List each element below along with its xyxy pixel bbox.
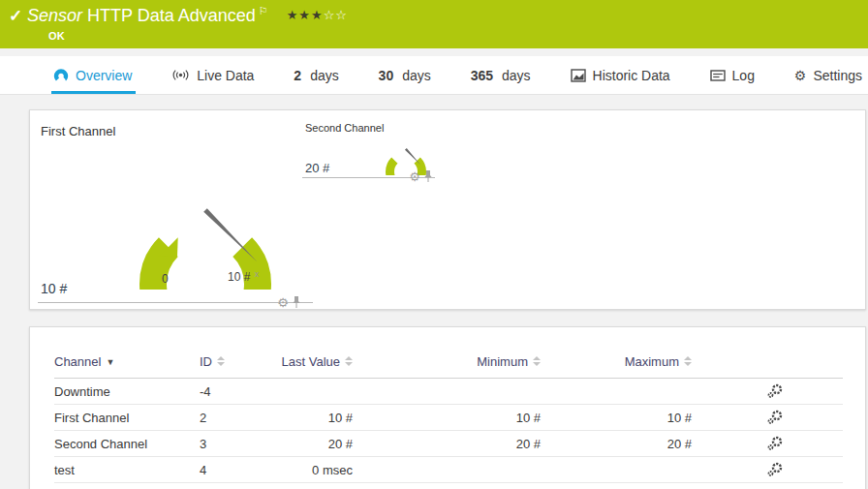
sensor-name: HTTP Data Advanced: [87, 6, 256, 25]
tab-historic-data[interactable]: Historic Data: [571, 56, 670, 94]
tab-overview[interactable]: Overview: [53, 56, 132, 94]
pin-icon[interactable]: [292, 295, 301, 309]
channel-settings-gears-icon[interactable]: [767, 462, 783, 477]
cell-id: 3: [200, 431, 258, 457]
sort-icon: [533, 356, 541, 366]
cell-last-value: [258, 379, 353, 405]
tab-number: 2: [294, 68, 301, 83]
column-label: Maximum: [625, 354, 679, 369]
cell-minimum: 20 #: [353, 431, 541, 457]
cell-last-value: 0 msec: [258, 457, 353, 483]
sort-icon: [345, 356, 353, 366]
status-ok-check-icon: ✓: [9, 6, 22, 26]
cell-minimum: 10 #: [353, 405, 541, 431]
cell-last-value: 20 #: [258, 431, 353, 457]
pin-icon[interactable]: [423, 169, 433, 183]
cell-maximum: 20 #: [541, 431, 692, 457]
status-badge: OK: [48, 30, 65, 42]
cell-maximum: [541, 379, 692, 405]
tab-number: 30: [379, 68, 394, 83]
tab-label: Log: [732, 68, 755, 83]
tab-label: Live Data: [197, 68, 254, 83]
gauge-controls: ⚙: [277, 295, 301, 309]
column-label: Last Value: [282, 354, 340, 369]
cell-id: 4: [200, 457, 258, 483]
channels-table: Channel▼ ID Last Value Minimum Maximum: [54, 354, 843, 483]
gauge-first-channel: First Channel x 0 10 # 10 # ⚙: [38, 118, 313, 303]
gauge-current-value: 10 #: [41, 281, 67, 296]
tab-2-days[interactable]: 2 days: [294, 56, 338, 94]
tab-label: Settings: [813, 68, 862, 83]
cell-channel: Second Channel: [54, 431, 200, 457]
table-row: Downtime -4: [54, 379, 843, 405]
gauges-panel: First Channel x 0 10 # 10 # ⚙ Second Cha…: [29, 109, 866, 310]
table-header-row: Channel▼ ID Last Value Minimum Maximum: [54, 354, 843, 379]
sensor-status-banner: ✓ Sensor HTTP Data Advanced⚐ ★★★☆☆ OK: [0, 0, 868, 48]
column-header-id[interactable]: ID: [200, 354, 258, 379]
sort-icon: [684, 356, 692, 366]
cell-last-value: 10 #: [258, 405, 353, 431]
cell-minimum: [353, 457, 541, 483]
channel-settings-gears-icon[interactable]: [767, 436, 783, 451]
tab-label: days: [310, 68, 339, 83]
needle-tip-marker: x: [255, 269, 260, 279]
stars-filled[interactable]: ★★★: [287, 8, 324, 22]
area-chart-icon: [571, 69, 586, 82]
first-channel-gauge-chart: x: [128, 135, 283, 290]
channel-settings-gears-icon[interactable]: [767, 410, 783, 425]
tab-log[interactable]: Log: [710, 56, 755, 94]
table-row: Second Channel 3 20 # 20 # 20 #: [54, 431, 843, 457]
sort-desc-icon: ▼: [106, 357, 114, 367]
tab-label: days: [402, 68, 431, 83]
column-header-channel[interactable]: Channel▼: [54, 354, 200, 379]
sort-icon: [217, 356, 225, 366]
log-list-icon: [710, 70, 726, 81]
tab-label: days: [502, 68, 531, 83]
column-header-actions: [692, 354, 843, 379]
object-type-label: Sensor: [27, 6, 82, 25]
gauge-title: First Channel: [41, 124, 115, 138]
flag-icon[interactable]: ⚐: [259, 5, 268, 16]
priority-stars[interactable]: ★★★☆☆: [287, 8, 348, 22]
channel-settings-gears-icon[interactable]: [767, 383, 783, 399]
gear-icon: ⚙: [794, 68, 807, 83]
broadcast-icon: [171, 69, 190, 81]
gauge-current-value: 20 #: [305, 161, 329, 175]
column-header-maximum[interactable]: Maximum: [541, 354, 692, 379]
column-label: Minimum: [477, 354, 528, 369]
cell-id: -4: [200, 379, 258, 405]
gauge-gear-icon[interactable]: ⚙: [277, 296, 289, 309]
second-channel-gauge-chart: [382, 127, 430, 175]
cell-id: 2: [200, 405, 258, 431]
tab-number: 365: [471, 68, 493, 83]
tab-365-days[interactable]: 365 days: [471, 56, 531, 94]
gauge-scale-max: 10 #: [228, 270, 250, 284]
gauge-scale-min: 0: [162, 272, 169, 286]
column-label: ID: [200, 354, 212, 369]
cell-minimum: [353, 379, 541, 405]
table-row: test 4 0 msec: [54, 457, 843, 483]
cell-channel: First Channel: [54, 405, 200, 431]
tab-settings[interactable]: ⚙ Settings: [794, 56, 862, 94]
column-label: Channel: [54, 354, 101, 369]
tab-label: Overview: [76, 68, 132, 83]
tab-30-days[interactable]: 30 days: [379, 56, 431, 94]
gauge-second-channel: Second Channel 20 # ⚙: [302, 118, 435, 178]
table-row: First Channel 2 10 # 10 # 10 #: [54, 405, 843, 431]
gauge-title: Second Channel: [305, 122, 384, 134]
stars-empty[interactable]: ☆☆: [324, 8, 348, 22]
sensor-tab-bar: Overview Live Data 2 days 30 days 365 da…: [0, 56, 868, 95]
gauge-icon: [53, 68, 69, 83]
gauge-gear-icon[interactable]: ⚙: [409, 170, 420, 183]
cell-maximum: 10 #: [541, 405, 692, 431]
gauge-controls: ⚙: [409, 169, 433, 183]
tab-live-data[interactable]: Live Data: [171, 56, 254, 94]
cell-maximum: [541, 457, 692, 483]
tab-label: Historic Data: [593, 68, 670, 83]
column-header-minimum[interactable]: Minimum: [353, 354, 541, 379]
channels-panel: Channel▼ ID Last Value Minimum Maximum: [29, 326, 866, 489]
sensor-title: Sensor HTTP Data Advanced⚐ ★★★☆☆: [27, 5, 348, 26]
cell-channel: Downtime: [54, 379, 200, 405]
cell-channel: test: [54, 457, 200, 483]
column-header-last-value[interactable]: Last Value: [258, 354, 353, 379]
